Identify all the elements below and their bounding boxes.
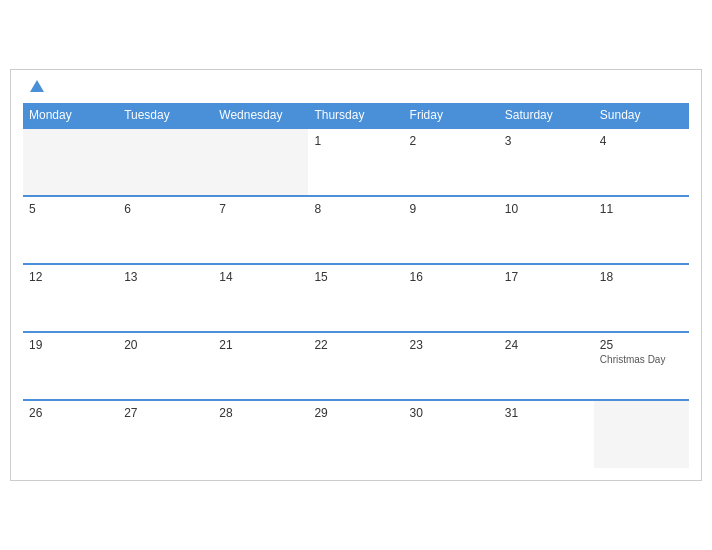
day-cell: 19 xyxy=(23,332,118,400)
day-cell: 9 xyxy=(404,196,499,264)
day-number: 27 xyxy=(124,406,207,420)
day-number: 18 xyxy=(600,270,683,284)
day-number: 12 xyxy=(29,270,112,284)
logo-triangle-icon xyxy=(30,80,44,92)
day-cell: 22 xyxy=(308,332,403,400)
day-cell: 3 xyxy=(499,128,594,196)
day-cell: 4 xyxy=(594,128,689,196)
day-cell: 11 xyxy=(594,196,689,264)
day-number: 30 xyxy=(410,406,493,420)
day-cell: 12 xyxy=(23,264,118,332)
day-number: 6 xyxy=(124,202,207,216)
day-cell: 27 xyxy=(118,400,213,468)
day-number: 22 xyxy=(314,338,397,352)
weekday-tuesday: Tuesday xyxy=(118,103,213,128)
day-number: 11 xyxy=(600,202,683,216)
calendar-container: MondayTuesdayWednesdayThursdayFridaySatu… xyxy=(10,69,702,481)
day-cell: 18 xyxy=(594,264,689,332)
day-number: 13 xyxy=(124,270,207,284)
weekday-saturday: Saturday xyxy=(499,103,594,128)
day-cell: 25Christmas Day xyxy=(594,332,689,400)
day-cell: 30 xyxy=(404,400,499,468)
day-number: 5 xyxy=(29,202,112,216)
day-cell: 23 xyxy=(404,332,499,400)
day-number: 17 xyxy=(505,270,588,284)
day-cell: 6 xyxy=(118,196,213,264)
calendar-header xyxy=(23,80,689,93)
day-number: 28 xyxy=(219,406,302,420)
weekday-wednesday: Wednesday xyxy=(213,103,308,128)
weekday-thursday: Thursday xyxy=(308,103,403,128)
holiday-label: Christmas Day xyxy=(600,354,683,365)
day-cell: 28 xyxy=(213,400,308,468)
day-cell: 14 xyxy=(213,264,308,332)
day-cell: 1 xyxy=(308,128,403,196)
day-number: 15 xyxy=(314,270,397,284)
day-number: 8 xyxy=(314,202,397,216)
day-cell: 21 xyxy=(213,332,308,400)
day-number: 25 xyxy=(600,338,683,352)
day-cell: 17 xyxy=(499,264,594,332)
day-cell: 10 xyxy=(499,196,594,264)
day-cell: 13 xyxy=(118,264,213,332)
week-row-2: 12131415161718 xyxy=(23,264,689,332)
day-number: 2 xyxy=(410,134,493,148)
week-row-0: 1234 xyxy=(23,128,689,196)
weekday-header-row: MondayTuesdayWednesdayThursdayFridaySatu… xyxy=(23,103,689,128)
day-number: 23 xyxy=(410,338,493,352)
day-number: 29 xyxy=(314,406,397,420)
day-number: 3 xyxy=(505,134,588,148)
week-row-1: 567891011 xyxy=(23,196,689,264)
day-cell xyxy=(118,128,213,196)
day-cell: 31 xyxy=(499,400,594,468)
day-number: 20 xyxy=(124,338,207,352)
day-cell: 24 xyxy=(499,332,594,400)
weekday-monday: Monday xyxy=(23,103,118,128)
day-cell xyxy=(23,128,118,196)
day-cell xyxy=(594,400,689,468)
day-cell: 8 xyxy=(308,196,403,264)
day-number: 10 xyxy=(505,202,588,216)
day-cell: 15 xyxy=(308,264,403,332)
day-cell: 2 xyxy=(404,128,499,196)
day-number: 19 xyxy=(29,338,112,352)
day-cell: 26 xyxy=(23,400,118,468)
day-cell: 7 xyxy=(213,196,308,264)
day-cell: 29 xyxy=(308,400,403,468)
day-number: 24 xyxy=(505,338,588,352)
logo xyxy=(27,80,44,93)
weekday-friday: Friday xyxy=(404,103,499,128)
day-number: 21 xyxy=(219,338,302,352)
day-number: 26 xyxy=(29,406,112,420)
week-row-4: 262728293031 xyxy=(23,400,689,468)
weekday-sunday: Sunday xyxy=(594,103,689,128)
day-cell: 16 xyxy=(404,264,499,332)
day-number: 31 xyxy=(505,406,588,420)
calendar-table: MondayTuesdayWednesdayThursdayFridaySatu… xyxy=(23,103,689,468)
week-row-3: 19202122232425Christmas Day xyxy=(23,332,689,400)
day-number: 7 xyxy=(219,202,302,216)
day-cell xyxy=(213,128,308,196)
day-number: 9 xyxy=(410,202,493,216)
day-cell: 5 xyxy=(23,196,118,264)
day-number: 16 xyxy=(410,270,493,284)
day-number: 4 xyxy=(600,134,683,148)
day-number: 14 xyxy=(219,270,302,284)
day-number: 1 xyxy=(314,134,397,148)
day-cell: 20 xyxy=(118,332,213,400)
